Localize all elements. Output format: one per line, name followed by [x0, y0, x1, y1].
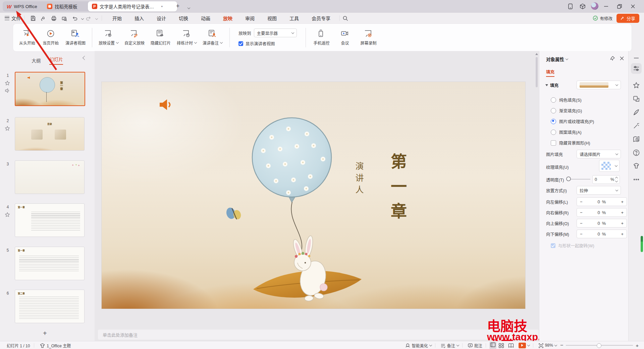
- fill-preview-dropdown[interactable]: [577, 81, 621, 89]
- rotate-with-shape-checkbox[interactable]: 与形状一起旋转(W): [551, 242, 594, 249]
- close-panel-icon[interactable]: [619, 56, 625, 61]
- scrollbar-thumb[interactable]: [536, 57, 538, 87]
- print-icon[interactable]: [51, 15, 57, 21]
- add-slide-button[interactable]: +: [43, 330, 47, 337]
- tab-document-active[interactable]: P 文字是人类用符号记录表达信息以 ●: [88, 1, 177, 11]
- spinner-icon[interactable]: [615, 177, 618, 182]
- undo-dropdown-chevron-icon[interactable]: [81, 17, 84, 20]
- panel-title-chevron-icon[interactable]: [566, 57, 568, 60]
- custom-slideshow-button[interactable]: 自定义放映: [124, 30, 145, 46]
- fill-option-gradient[interactable]: 渐变填充(G): [551, 107, 582, 114]
- slide-thumbnail-2[interactable]: 目录: [15, 117, 85, 151]
- zoom-slider-thumb[interactable]: [597, 343, 601, 348]
- menu-design[interactable]: 设计: [157, 15, 166, 21]
- slide-canvas[interactable]: 演讲人 第一章: [101, 82, 526, 309]
- view-normal-button[interactable]: [489, 342, 496, 349]
- presenter-view-button[interactable]: 演讲者视图: [65, 30, 86, 46]
- dropdown-chevron-icon[interactable]: [457, 343, 459, 346]
- menu-insert[interactable]: 插入: [135, 15, 144, 21]
- transparency-slider-knob[interactable]: [566, 177, 571, 181]
- new-tab-button[interactable]: +: [174, 3, 182, 10]
- notes-toggle-label[interactable]: 备注: [447, 343, 455, 348]
- fill-option-picture-texture[interactable]: 图片或纹理填充(P): [551, 118, 594, 124]
- zoom-out-button[interactable]: −: [560, 342, 563, 348]
- slide-thumbnail-4[interactable]: 第一章: [15, 203, 85, 237]
- offset-down-stepper[interactable]: − 0% +: [577, 230, 627, 238]
- print-preview-icon[interactable]: [61, 15, 67, 21]
- minus-button[interactable]: −: [580, 199, 583, 204]
- presenter-view-checkbox[interactable]: [238, 41, 243, 46]
- dropdown-chevron-icon[interactable]: [554, 343, 557, 346]
- device-sync-icon[interactable]: [568, 3, 574, 9]
- phone-remote-button[interactable]: 手机遥控: [313, 30, 330, 46]
- menu-home[interactable]: 开始: [112, 15, 122, 21]
- hide-slide-button[interactable]: 隐藏幻灯片: [151, 30, 171, 46]
- menu-transitions[interactable]: 切换: [179, 15, 188, 21]
- slide-sound-icon[interactable]: [160, 99, 170, 110]
- more-options-icon[interactable]: [633, 176, 640, 183]
- meeting-button[interactable]: 会议: [336, 30, 354, 46]
- search-icon[interactable]: [342, 15, 348, 21]
- ink-pen-icon[interactable]: [633, 109, 640, 116]
- slide-thumbnail-3[interactable]: [15, 160, 85, 194]
- fit-to-window-icon[interactable]: [538, 343, 543, 348]
- zoom-in-button[interactable]: +: [636, 343, 639, 348]
- maximize-restore-button[interactable]: [616, 3, 623, 9]
- rehearse-timings-button[interactable]: 排练计时: [177, 30, 197, 46]
- fill-option-solid[interactable]: 纯色填充(S): [551, 97, 582, 103]
- slideshow-settings-button[interactable]: 放映设置: [99, 30, 118, 46]
- tab-outline[interactable]: 大纲: [32, 57, 41, 64]
- menu-review[interactable]: 审阅: [245, 15, 255, 21]
- play-from-current-button[interactable]: 当页开始: [42, 30, 59, 46]
- minus-button[interactable]: −: [580, 210, 583, 215]
- offset-left-stepper[interactable]: − 0% +: [577, 197, 627, 206]
- zoom-slider-track[interactable]: [566, 345, 633, 346]
- fill-option-pattern[interactable]: 图案填充(A): [551, 129, 582, 135]
- map-search-icon[interactable]: [633, 136, 640, 143]
- collapse-rail-icon[interactable]: [633, 54, 640, 62]
- effects-star-icon[interactable]: [633, 82, 640, 89]
- menu-member-exclusive[interactable]: 会员专享: [312, 15, 330, 21]
- apps-cube-icon[interactable]: [580, 3, 586, 9]
- fill-section-header[interactable]: 填充: [545, 82, 558, 88]
- minimize-button[interactable]: [603, 3, 609, 9]
- presenter-vertical-text[interactable]: 演讲人: [353, 162, 365, 197]
- screen-record-button[interactable]: 屏幕录制: [360, 30, 377, 46]
- slide-thumbnail-1[interactable]: 第一章: [15, 72, 85, 106]
- export-pdf-icon[interactable]: [41, 15, 46, 21]
- scroll-up-icon[interactable]: [535, 53, 538, 55]
- file-menu-button[interactable]: 文件: [5, 15, 21, 21]
- dropdown-chevron-icon[interactable]: [527, 343, 530, 346]
- offset-right-stepper[interactable]: − 0% +: [577, 208, 627, 217]
- close-button[interactable]: [630, 3, 636, 9]
- view-reading-icon[interactable]: [508, 343, 514, 348]
- comments-label[interactable]: 批注: [474, 343, 482, 348]
- texture-fill-dropdown[interactable]: [599, 160, 620, 172]
- share-button[interactable]: 分享: [616, 14, 639, 23]
- slideshow-play-button[interactable]: [519, 343, 526, 348]
- help-icon[interactable]: [633, 149, 640, 156]
- placement-dropdown[interactable]: 拉伸: [577, 186, 621, 195]
- skin-theme-icon[interactable]: [633, 162, 640, 170]
- menu-animations[interactable]: 动画: [201, 15, 210, 21]
- plus-button[interactable]: +: [621, 232, 624, 237]
- transparency-slider-track[interactable]: [568, 179, 590, 180]
- tab-list-chevron-icon[interactable]: [184, 4, 192, 10]
- dropdown-chevron-icon[interactable]: [429, 343, 432, 346]
- tab-slides-active[interactable]: 幻灯片: [49, 56, 63, 65]
- smart-beautify-label[interactable]: 智能美化: [412, 343, 428, 348]
- minus-button[interactable]: −: [580, 221, 583, 226]
- chapter-title-text[interactable]: 第一章: [385, 153, 409, 228]
- zoom-percentage[interactable]: 98%: [545, 343, 553, 348]
- minus-button[interactable]: −: [580, 232, 583, 237]
- plus-button[interactable]: +: [621, 199, 624, 204]
- user-avatar[interactable]: [591, 2, 598, 10]
- menu-tools[interactable]: 工具: [289, 15, 299, 21]
- canvas-scrollbar[interactable]: [535, 53, 538, 328]
- tab-wps-home[interactable]: W WPS Office: [3, 1, 48, 11]
- transparency-value-box[interactable]: 0 %: [592, 175, 620, 184]
- offset-up-stepper[interactable]: − 0% +: [577, 219, 627, 228]
- picture-fill-dropdown[interactable]: 请选择图片: [577, 150, 621, 158]
- notes-input[interactable]: 单击此处添加备注: [98, 330, 539, 340]
- plus-button[interactable]: +: [621, 221, 624, 226]
